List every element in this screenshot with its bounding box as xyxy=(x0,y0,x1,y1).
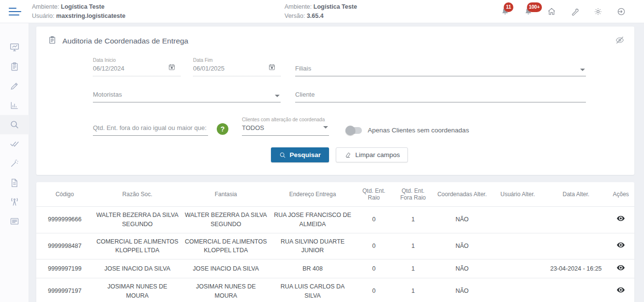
sidebar-item-approvals[interactable] xyxy=(0,134,29,154)
logout-icon xyxy=(616,7,626,16)
eye-slash-icon xyxy=(615,35,625,45)
sidebar-item-cards[interactable] xyxy=(0,212,29,231)
motoristas-select[interactable]: Motoristas xyxy=(93,91,281,102)
table-cell: 1 xyxy=(393,259,434,278)
wrench-icon xyxy=(570,7,580,16)
notifications-bell-button[interactable]: 11 xyxy=(500,6,510,17)
sidebar-item-clipboard[interactable] xyxy=(0,57,29,76)
eye-icon xyxy=(617,287,625,293)
search-icon xyxy=(279,152,286,158)
limpar-campos-button[interactable]: Limpar campos xyxy=(336,147,408,162)
sidebar-item-dashboard[interactable] xyxy=(0,38,29,57)
eraser-icon xyxy=(344,151,351,158)
clipboard-icon xyxy=(10,62,19,72)
table-cell: COMERCIAL DE ALIMENTOS KLOPPEL LTDA xyxy=(181,233,270,259)
sidebar-item-broadcast[interactable] xyxy=(0,192,29,212)
pesquisar-button[interactable]: Pesquisar xyxy=(271,147,329,162)
table-cell: 0 xyxy=(355,259,393,278)
actions-cell xyxy=(607,233,634,259)
table-cell: NÃO xyxy=(434,259,491,278)
table-row: 9999997199JOSE INACIO DA SILVAJOSE INACI… xyxy=(36,259,634,278)
table-cell: RUA JOSE FRANCISCO DE ALMEIDA xyxy=(270,207,355,233)
hide-filters-button[interactable] xyxy=(615,35,625,47)
calendar-icon[interactable] xyxy=(168,63,176,73)
table-cell xyxy=(491,207,544,233)
table-cell: WALTER BEZERRA DA SILVA SEGUNDO xyxy=(181,207,270,233)
qtd-fora-raio-input[interactable]: Qtd. Ent. fora do raio igual ou maior qu… xyxy=(93,124,208,136)
actions-cell xyxy=(607,207,634,233)
environment-user-info: Ambiente: Logística Teste Usuário: maxst… xyxy=(32,2,125,20)
sidebar-item-search[interactable] xyxy=(0,115,29,134)
double-check-icon xyxy=(9,139,20,149)
help-icon[interactable]: ? xyxy=(217,123,228,135)
alerts-bell-button[interactable]: 100+ xyxy=(523,6,534,17)
view-details-button[interactable] xyxy=(617,242,625,248)
pencil-icon xyxy=(10,81,19,91)
table-cell: RUA SILVINO DUARTE JUNIOR xyxy=(270,233,355,259)
column-header: Endereço Entrega xyxy=(270,182,355,207)
alert-count-badge: 100+ xyxy=(527,2,542,12)
date-start-field[interactable]: Data Inicio 06/12/2024 xyxy=(93,58,180,76)
column-header: Qtd. Ent. Raio xyxy=(355,182,393,207)
page-title: Auditoria de Coordenadas de Entrega xyxy=(62,37,615,45)
antenna-icon xyxy=(9,197,20,207)
date-end-field[interactable]: Data Fim 06/01/2025 xyxy=(193,58,281,76)
clipboard-title-icon xyxy=(48,36,57,46)
settings-button[interactable] xyxy=(593,6,603,17)
table-cell: JOSE INACIO DA SILVA xyxy=(93,259,181,278)
table-cell: RUA LUIS CARLOS DA SILVA xyxy=(270,278,355,302)
view-details-button[interactable] xyxy=(617,287,625,293)
column-header: Razão Soc. xyxy=(93,182,181,207)
sem-coordenadas-toggle[interactable] xyxy=(345,127,362,134)
hamburger-icon xyxy=(9,8,21,15)
table-row: 9999997197JOSIMAR NUNES DE MOURAJOSIMAR … xyxy=(36,278,634,302)
table-cell: JOSIMAR NUNES DE MOURA xyxy=(93,278,181,302)
notification-count-badge: 11 xyxy=(504,2,513,12)
table-cell: 0 xyxy=(355,233,393,259)
sidebar-item-reports[interactable] xyxy=(0,96,29,115)
table-cell: 9999997199 xyxy=(36,259,93,278)
alteracao-coordenada-select[interactable]: Clientes com alteração de coordenada TOD… xyxy=(242,117,329,136)
table-cell: NÃO xyxy=(434,207,491,233)
eye-icon xyxy=(617,216,625,221)
logout-button[interactable] xyxy=(616,6,627,17)
home-button[interactable] xyxy=(546,6,557,17)
view-details-button[interactable] xyxy=(617,265,625,271)
sidebar-item-automation[interactable] xyxy=(0,154,29,173)
table-cell: JOSIMAR NUNES DE MOURA xyxy=(181,278,270,302)
dashboard-icon xyxy=(9,42,20,53)
search-icon xyxy=(9,119,20,130)
results-table-card: CódigoRazão Soc.FantasiaEndereço Entrega… xyxy=(36,182,634,302)
date-start-value: 06/12/2024 xyxy=(93,65,180,73)
column-header: Código xyxy=(36,182,93,207)
table-cell xyxy=(545,207,608,233)
table-cell: 0 xyxy=(355,207,393,233)
sidebar-item-documents[interactable] xyxy=(0,173,29,192)
table-cell xyxy=(545,278,608,302)
table-body: 9999999666WALTER BEZERRA DA SILVA SEGUND… xyxy=(36,207,634,302)
tools-button[interactable] xyxy=(569,6,580,17)
eye-icon xyxy=(617,265,625,271)
main-content: Auditoria de Coordenadas de Entrega Data… xyxy=(29,23,644,302)
table-header-row: CódigoRazão Soc.FantasiaEndereço Entrega… xyxy=(36,182,634,207)
table-cell: 1 xyxy=(393,278,434,302)
chevron-down-icon xyxy=(323,126,328,129)
table-cell: WALTER BEZERRA DA SILVA SEGUNDO xyxy=(93,207,181,233)
alteracao-coordenada-value: TODOS xyxy=(242,124,329,133)
view-details-button[interactable] xyxy=(617,216,625,221)
table-cell: 9999997197 xyxy=(36,278,93,302)
filter-card: Auditoria de Coordenadas de Entrega Data… xyxy=(36,27,634,175)
column-header: Coordenadas Alter. xyxy=(434,182,491,207)
table-cell: 0 xyxy=(355,278,393,302)
card-list-icon xyxy=(10,216,19,226)
table-cell xyxy=(545,233,608,259)
table-cell: BR 408 xyxy=(270,259,355,278)
actions-cell xyxy=(607,259,634,278)
sidebar-item-edit[interactable] xyxy=(0,76,29,96)
table-cell: 9999998487 xyxy=(36,233,93,259)
calendar-icon[interactable] xyxy=(268,63,276,73)
table-cell: 1 xyxy=(393,233,434,259)
cliente-input[interactable]: Cliente xyxy=(295,91,586,102)
menu-toggle-button[interactable] xyxy=(0,8,30,15)
filiais-select[interactable]: Filiais xyxy=(295,65,586,76)
